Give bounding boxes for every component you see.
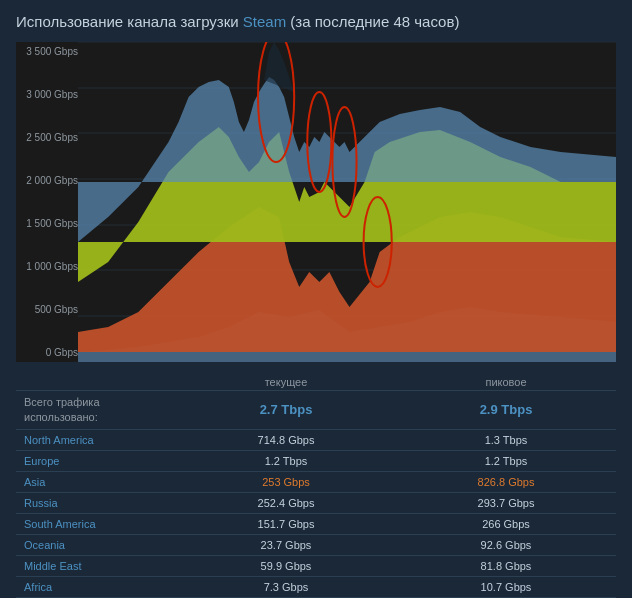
peak-south-america: 266 Gbps bbox=[396, 514, 616, 535]
current-south-america: 151.7 Gbps bbox=[176, 514, 396, 535]
bandwidth-chart: 3 500 Gbps 3 000 Gbps 2 500 Gbps 2 000 G… bbox=[16, 42, 616, 362]
current-russia: 252.4 Gbps bbox=[176, 493, 396, 514]
chart-svg bbox=[78, 42, 616, 362]
title-prefix: Использование канала загрузки bbox=[16, 13, 243, 30]
y-label-2000: 2 000 Gbps bbox=[16, 175, 82, 186]
current-europe: 1.2 Tbps bbox=[176, 451, 396, 472]
table-row: Asia 253 Gbps 826.8 Gbps bbox=[16, 472, 616, 493]
region-europe: Europe bbox=[16, 451, 176, 472]
peak-russia: 293.7 Gbps bbox=[396, 493, 616, 514]
col-region bbox=[16, 374, 176, 391]
peak-oceania: 92.6 Gbps bbox=[396, 535, 616, 556]
region-oceania: Oceania bbox=[16, 535, 176, 556]
y-label-500: 500 Gbps bbox=[16, 304, 82, 315]
table-row: Africa 7.3 Gbps 10.7 Gbps bbox=[16, 577, 616, 598]
peak-middle-east: 81.8 Gbps bbox=[396, 556, 616, 577]
total-current: 2.7 Tbps bbox=[176, 390, 396, 430]
y-label-2500: 2 500 Gbps bbox=[16, 132, 82, 143]
total-peak: 2.9 Tbps bbox=[396, 390, 616, 430]
region-africa: Africa bbox=[16, 577, 176, 598]
peak-africa: 10.7 Gbps bbox=[396, 577, 616, 598]
region-middle-east: Middle East bbox=[16, 556, 176, 577]
main-container: Использование канала загрузки Steam (за … bbox=[0, 0, 632, 598]
current-asia: 253 Gbps bbox=[176, 472, 396, 493]
y-label-3500: 3 500 Gbps bbox=[16, 46, 82, 57]
peak-north-america: 1.3 Tbps bbox=[396, 430, 616, 451]
peak-europe: 1.2 Tbps bbox=[396, 451, 616, 472]
current-north-america: 714.8 Gbps bbox=[176, 430, 396, 451]
y-label-0: 0 Gbps bbox=[16, 347, 82, 358]
y-axis-labels: 3 500 Gbps 3 000 Gbps 2 500 Gbps 2 000 G… bbox=[16, 42, 86, 362]
region-russia: Russia bbox=[16, 493, 176, 514]
y-label-3000: 3 000 Gbps bbox=[16, 89, 82, 100]
title-brand: Steam bbox=[243, 13, 286, 30]
region-south-america: South America bbox=[16, 514, 176, 535]
peak-asia: 826.8 Gbps bbox=[396, 472, 616, 493]
table-row: South America 151.7 Gbps 266 Gbps bbox=[16, 514, 616, 535]
total-traffic-row: Всего трафикаиспользовано: 2.7 Tbps 2.9 … bbox=[16, 390, 616, 430]
page-title: Использование канала загрузки Steam (за … bbox=[16, 12, 616, 32]
total-label: Всего трафикаиспользовано: bbox=[16, 390, 176, 430]
table-row: North America 714.8 Gbps 1.3 Tbps bbox=[16, 430, 616, 451]
y-label-1000: 1 000 Gbps bbox=[16, 261, 82, 272]
col-peak: пиковое bbox=[396, 374, 616, 391]
y-label-1500: 1 500 Gbps bbox=[16, 218, 82, 229]
region-asia: Asia bbox=[16, 472, 176, 493]
table-header-row: текущее пиковое bbox=[16, 374, 616, 391]
table-row: Oceania 23.7 Gbps 92.6 Gbps bbox=[16, 535, 616, 556]
table-row: Middle East 59.9 Gbps 81.8 Gbps bbox=[16, 556, 616, 577]
title-suffix: (за последние 48 часов) bbox=[286, 13, 459, 30]
current-middle-east: 59.9 Gbps bbox=[176, 556, 396, 577]
col-current: текущее bbox=[176, 374, 396, 391]
table-row: Russia 252.4 Gbps 293.7 Gbps bbox=[16, 493, 616, 514]
table-row: Europe 1.2 Tbps 1.2 Tbps bbox=[16, 451, 616, 472]
region-north-america: North America bbox=[16, 430, 176, 451]
current-africa: 7.3 Gbps bbox=[176, 577, 396, 598]
chart-svg-area bbox=[78, 42, 616, 362]
current-oceania: 23.7 Gbps bbox=[176, 535, 396, 556]
bandwidth-table: текущее пиковое Всего трафикаиспользован… bbox=[16, 374, 616, 599]
